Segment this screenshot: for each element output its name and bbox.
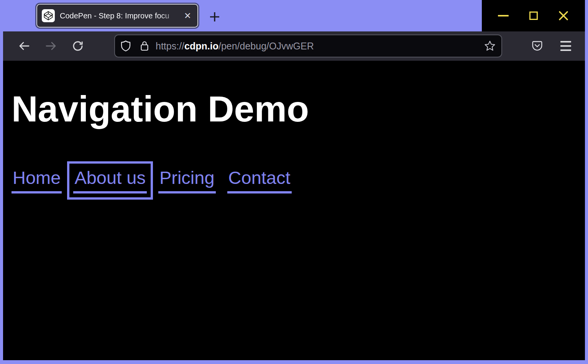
nav-link-home[interactable]: Home — [11, 167, 62, 193]
minimize-button[interactable] — [495, 7, 512, 24]
browser-tab[interactable]: CodePen - Step 8: Improve focu ✕ — [36, 4, 198, 28]
forward-button[interactable] — [44, 39, 57, 52]
browser-window: CodePen - Step 8: Improve focu ✕ — [0, 0, 588, 364]
star-icon — [484, 40, 496, 52]
tab-strip: CodePen - Step 8: Improve focu ✕ — [0, 0, 588, 31]
lock-icon[interactable] — [140, 40, 149, 52]
forward-arrow-icon — [44, 39, 57, 52]
page-title: Navigation Demo — [11, 89, 588, 129]
address-bar[interactable]: https://cdpn.io/pen/debug/OJvwGER — [114, 34, 502, 57]
nav-item: Home — [11, 167, 62, 193]
pocket-button[interactable] — [532, 41, 542, 52]
window-controls — [482, 0, 585, 31]
url-scheme: https:// — [156, 41, 184, 51]
menu-button[interactable] — [560, 41, 571, 51]
minimize-icon — [498, 15, 509, 16]
window-border-right — [585, 0, 588, 364]
hamburger-icon — [560, 41, 571, 43]
window-border-bottom — [0, 360, 588, 364]
new-tab-button[interactable] — [208, 10, 221, 23]
nav-item: Pricing — [158, 167, 216, 193]
maximize-icon — [529, 11, 538, 20]
page-content: Navigation Demo Home About us Pricing Co… — [0, 89, 588, 364]
main-nav: Home About us Pricing Contact — [11, 167, 588, 193]
nav-link-pricing[interactable]: Pricing — [158, 167, 216, 193]
reload-button[interactable] — [71, 39, 84, 52]
codepen-favicon-icon — [42, 9, 55, 22]
url-domain: cdpn.io — [184, 41, 218, 51]
reload-icon — [71, 39, 84, 52]
window-border-left — [0, 0, 3, 364]
back-button[interactable] — [18, 39, 31, 52]
tab-title: CodePen - Step 8: Improve focu — [60, 11, 182, 20]
nav-list: Home About us Pricing Contact — [11, 167, 588, 193]
close-button[interactable] — [555, 7, 572, 24]
url-path: /pen/debug/OJvwGER — [218, 41, 314, 51]
pocket-icon — [532, 41, 542, 52]
tab-close-button[interactable]: ✕ — [182, 11, 193, 21]
back-arrow-icon — [18, 39, 31, 52]
nav-item: Contact — [227, 167, 292, 193]
bookmark-star-button[interactable] — [484, 40, 496, 52]
nav-item: About us — [73, 167, 147, 193]
navigation-toolbar: https://cdpn.io/pen/debug/OJvwGER — [0, 31, 588, 61]
tracking-protection-shield-icon[interactable] — [120, 40, 131, 52]
url-text: https://cdpn.io/pen/debug/OJvwGER — [156, 41, 484, 52]
close-icon — [558, 10, 569, 21]
maximize-button[interactable] — [525, 7, 542, 24]
nav-link-about-us[interactable]: About us — [73, 167, 147, 193]
plus-icon — [209, 11, 220, 23]
nav-link-contact[interactable]: Contact — [227, 167, 292, 193]
